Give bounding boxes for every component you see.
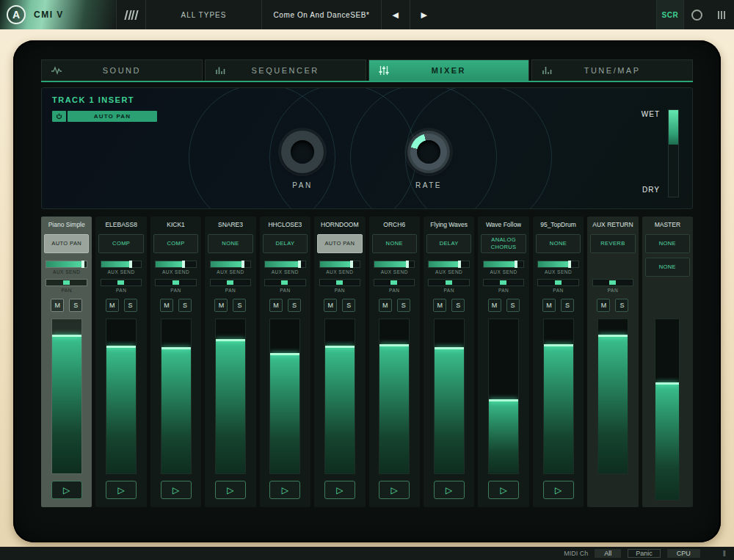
channel-fader[interactable] bbox=[543, 319, 574, 474]
aux-send-slider[interactable] bbox=[374, 261, 415, 268]
play-button[interactable]: ▷ bbox=[161, 481, 192, 499]
channel-fader[interactable] bbox=[434, 319, 465, 474]
pan-knob[interactable] bbox=[281, 131, 324, 173]
tab-tune-map[interactable]: TUNE/MAP bbox=[531, 59, 693, 81]
insert-effect-button[interactable]: DELAY bbox=[263, 234, 308, 253]
fader-handle[interactable] bbox=[435, 347, 464, 349]
pan-handle[interactable] bbox=[63, 280, 70, 285]
pan-handle[interactable] bbox=[227, 280, 233, 285]
pan-handle[interactable] bbox=[172, 280, 179, 285]
insert-effect-button[interactable]: NONE bbox=[645, 234, 690, 253]
insert-effect-button[interactable]: AUTO PAN bbox=[317, 234, 362, 253]
channel-strip-horndoom[interactable]: HORNDOOMAUTO PANAUX SENDPANMS▷ bbox=[314, 217, 365, 507]
rate-knob[interactable] bbox=[407, 131, 450, 173]
fader-handle[interactable] bbox=[598, 335, 628, 337]
panic-button[interactable]: Panic bbox=[628, 549, 661, 558]
channel-strip-orch6[interactable]: ORCH6NONEAUX SENDPANMS▷ bbox=[369, 217, 420, 507]
play-button[interactable]: ▷ bbox=[488, 481, 519, 499]
aux-send-handle[interactable] bbox=[298, 261, 301, 268]
pan-handle[interactable] bbox=[555, 280, 562, 285]
preset-type-filter[interactable]: ALL TYPES bbox=[145, 0, 261, 29]
aux-send-handle[interactable] bbox=[129, 261, 132, 268]
fader-handle[interactable] bbox=[489, 399, 518, 401]
next-preset-button[interactable]: ▶ bbox=[410, 0, 438, 29]
pan-handle[interactable] bbox=[117, 280, 124, 285]
insert-effect-button[interactable]: NONE bbox=[372, 234, 417, 253]
aux-send-handle[interactable] bbox=[406, 261, 409, 268]
previous-preset-button[interactable]: ◀ bbox=[381, 0, 410, 29]
channel-fader[interactable] bbox=[51, 319, 82, 474]
scr-button[interactable]: SCR bbox=[656, 0, 684, 29]
fader-handle[interactable] bbox=[106, 346, 136, 348]
channel-strip-aux-return[interactable]: AUX RETURNREVERBPANMS bbox=[587, 217, 638, 507]
solo-button[interactable]: S bbox=[451, 299, 465, 312]
play-button[interactable]: ▷ bbox=[434, 481, 465, 499]
aux-send-handle[interactable] bbox=[241, 261, 244, 268]
mute-button[interactable]: M bbox=[269, 299, 283, 312]
pan-handle[interactable] bbox=[609, 280, 616, 285]
solo-button[interactable]: S bbox=[561, 299, 574, 312]
solo-button[interactable]: S bbox=[342, 299, 355, 312]
play-button[interactable]: ▷ bbox=[51, 481, 82, 499]
aux-send-handle[interactable] bbox=[458, 261, 461, 268]
pan-handle[interactable] bbox=[446, 280, 452, 285]
fader-handle[interactable] bbox=[52, 335, 81, 337]
play-button[interactable]: ▷ bbox=[106, 481, 137, 499]
solo-button[interactable]: S bbox=[615, 299, 628, 312]
channel-strip-kick1[interactable]: KICK1COMPAUX SENDPANMS▷ bbox=[150, 217, 201, 507]
aux-send-slider[interactable] bbox=[264, 261, 306, 268]
mute-button[interactable]: M bbox=[542, 299, 556, 312]
cpu-meter[interactable]: CPU bbox=[667, 549, 700, 558]
mute-button[interactable]: M bbox=[214, 299, 228, 312]
side-panel-toggle[interactable] bbox=[709, 0, 734, 29]
pan-slider[interactable] bbox=[374, 279, 415, 286]
tab-mixer[interactable]: MIXER bbox=[368, 59, 530, 81]
aux-send-slider[interactable] bbox=[428, 261, 470, 268]
pan-handle[interactable] bbox=[500, 280, 506, 285]
play-button[interactable]: ▷ bbox=[269, 481, 300, 499]
channel-strip-wave-follow[interactable]: Wave FollowANALOG CHORUSAUX SENDPANMS▷ bbox=[478, 217, 528, 507]
play-button[interactable]: ▷ bbox=[379, 481, 410, 499]
aux-send-slider[interactable] bbox=[101, 261, 142, 268]
channel-fader[interactable] bbox=[655, 319, 680, 501]
aux-send-slider[interactable] bbox=[210, 261, 252, 268]
channel-strip-piano-simple[interactable]: Piano SimpleAUTO PANAUX SENDPANMS▷ bbox=[41, 217, 92, 507]
mute-button[interactable]: M bbox=[597, 299, 610, 312]
pan-handle[interactable] bbox=[281, 280, 288, 285]
pan-slider[interactable] bbox=[537, 279, 579, 286]
channel-fader[interactable] bbox=[597, 319, 628, 474]
preset-browser-button[interactable] bbox=[116, 0, 145, 29]
play-button[interactable]: ▷ bbox=[324, 481, 355, 499]
mute-button[interactable]: M bbox=[433, 299, 446, 312]
aux-send-slider[interactable] bbox=[537, 261, 579, 268]
channel-strip-snare3[interactable]: SNARE3NONEAUX SENDPANMS▷ bbox=[205, 217, 255, 507]
channel-fader[interactable] bbox=[269, 319, 300, 474]
solo-button[interactable]: S bbox=[233, 299, 246, 312]
channel-strip-hhclose3[interactable]: HHCLOSE3DELAYAUX SENDPANMS▷ bbox=[260, 217, 310, 507]
settings-globe-button[interactable] bbox=[684, 0, 709, 29]
wet-dry-slider[interactable] bbox=[668, 109, 679, 197]
insert-effect-button[interactable]: AUTO PAN bbox=[44, 234, 89, 253]
channel-fader[interactable] bbox=[106, 319, 137, 474]
aux-send-slider[interactable] bbox=[46, 261, 87, 268]
pan-slider[interactable] bbox=[319, 279, 361, 286]
insert-effect-button[interactable]: NONE bbox=[645, 258, 690, 277]
mute-button[interactable]: M bbox=[106, 299, 119, 312]
play-button[interactable]: ▷ bbox=[215, 481, 246, 499]
aux-send-handle[interactable] bbox=[568, 261, 571, 268]
channel-strip-flying-waves[interactable]: Flying WavesDELAYAUX SENDPANMS▷ bbox=[424, 217, 474, 507]
channel-strip-elebass8[interactable]: ELEBASS8COMPAUX SENDPANMS▷ bbox=[95, 217, 146, 507]
tab-sound[interactable]: SOUND bbox=[41, 59, 203, 81]
aux-send-slider[interactable] bbox=[483, 261, 525, 268]
channel-fader[interactable] bbox=[324, 319, 355, 474]
fader-handle[interactable] bbox=[544, 344, 573, 346]
pan-slider[interactable] bbox=[101, 279, 142, 286]
pan-slider[interactable] bbox=[592, 279, 634, 286]
mute-button[interactable]: M bbox=[160, 299, 173, 312]
insert-effect-button[interactable]: DELAY bbox=[426, 234, 471, 253]
fader-handle[interactable] bbox=[655, 382, 679, 385]
insert-effect-button[interactable]: NONE bbox=[536, 234, 581, 253]
tab-sequencer[interactable]: SEQUENCER bbox=[205, 59, 366, 81]
aux-send-handle[interactable] bbox=[182, 261, 185, 268]
channel-strip-master[interactable]: MASTERNONENONE bbox=[642, 217, 693, 507]
